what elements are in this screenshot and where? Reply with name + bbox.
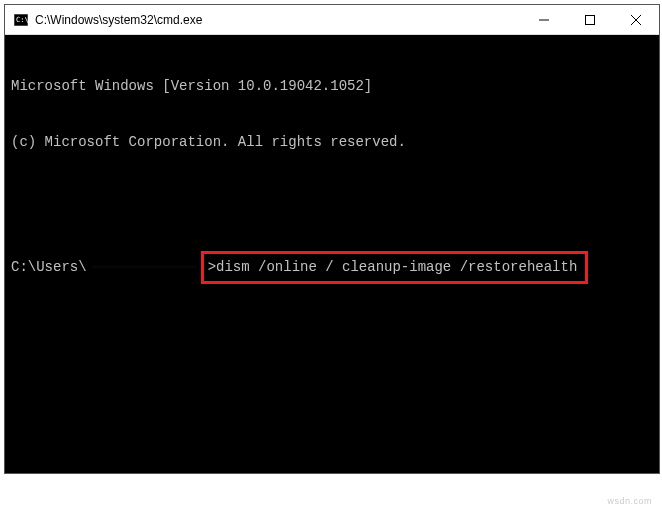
minimize-button[interactable] — [521, 5, 567, 34]
window-controls — [521, 5, 659, 34]
svg-text:C:\: C:\ — [16, 16, 28, 24]
output-line-copyright: (c) Microsoft Corporation. All rights re… — [11, 133, 653, 152]
titlebar[interactable]: C:\ C:\Windows\system32\cmd.exe — [5, 5, 659, 35]
window-title: C:\Windows\system32\cmd.exe — [35, 13, 521, 27]
redacted-username — [89, 259, 199, 275]
watermark: wsdn.com — [607, 496, 652, 506]
prompt-prefix: C:\Users\ — [11, 258, 87, 277]
typed-command: >dism /online / cleanup-image /restorehe… — [208, 259, 578, 275]
terminal-area[interactable]: Microsoft Windows [Version 10.0.19042.10… — [5, 35, 659, 473]
close-button[interactable] — [613, 5, 659, 34]
prompt-line: C:\Users\>dism /online / cleanup-image /… — [11, 251, 653, 284]
maximize-button[interactable] — [567, 5, 613, 34]
cmd-window: C:\ C:\Windows\system32\cmd.exe Microsof… — [4, 4, 660, 474]
blank-line — [11, 190, 653, 209]
svg-rect-3 — [586, 15, 595, 24]
output-line-version: Microsoft Windows [Version 10.0.19042.10… — [11, 77, 653, 96]
command-highlight-box: >dism /online / cleanup-image /restorehe… — [201, 251, 589, 284]
cmd-icon: C:\ — [13, 12, 29, 28]
